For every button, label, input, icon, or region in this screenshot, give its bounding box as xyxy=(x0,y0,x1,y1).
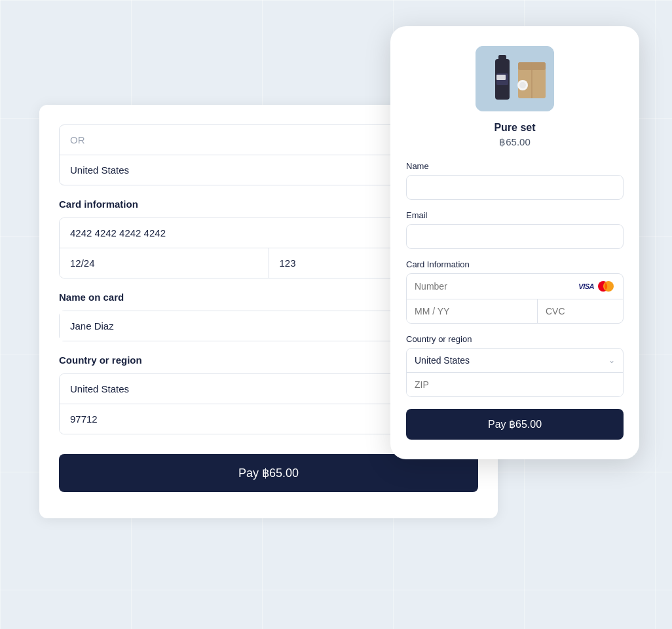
mastercard-icon xyxy=(597,280,615,292)
visa-icon: VISA xyxy=(578,282,594,290)
svg-point-9 xyxy=(519,82,526,88)
card-expiry-input[interactable] xyxy=(60,248,269,278)
email-field-label: Email xyxy=(406,210,624,220)
right-expiry-input[interactable] xyxy=(407,299,538,323)
product-name: Pure set xyxy=(406,122,624,134)
product-image-container xyxy=(476,46,554,111)
svg-rect-5 xyxy=(498,55,506,60)
right-pay-button[interactable]: Pay ฿65.00 xyxy=(406,409,624,440)
right-name-input[interactable] xyxy=(406,175,624,200)
right-cvc-row xyxy=(538,299,624,323)
right-country-value: United States xyxy=(415,355,608,366)
right-card-info-box: VISA xyxy=(406,273,624,324)
name-field-label: Name xyxy=(406,161,624,171)
right-card-bottom-row xyxy=(407,299,623,323)
product-price: ฿65.00 xyxy=(406,136,624,148)
right-cvc-input[interactable] xyxy=(546,306,624,316)
right-card-number-row: VISA xyxy=(407,274,623,299)
right-card-number-input[interactable] xyxy=(415,281,578,292)
left-pay-button[interactable]: Pay ฿65.00 xyxy=(59,454,478,492)
right-country-select-box: United States ⌄ xyxy=(406,348,624,397)
svg-rect-7 xyxy=(496,75,506,80)
right-card-info-label: Card Information xyxy=(406,259,624,269)
right-email-input[interactable] xyxy=(406,224,624,249)
right-country-select-row[interactable]: United States ⌄ xyxy=(407,349,623,373)
right-checkout-panel: Pure set ฿65.00 Name Email Card Informat… xyxy=(390,26,639,459)
chevron-down-icon: ⌄ xyxy=(608,356,615,365)
card-brand-icons: VISA xyxy=(578,280,615,292)
right-zip-input[interactable] xyxy=(407,373,623,396)
product-image xyxy=(476,46,554,111)
right-country-region-label: Country or region xyxy=(406,334,624,344)
